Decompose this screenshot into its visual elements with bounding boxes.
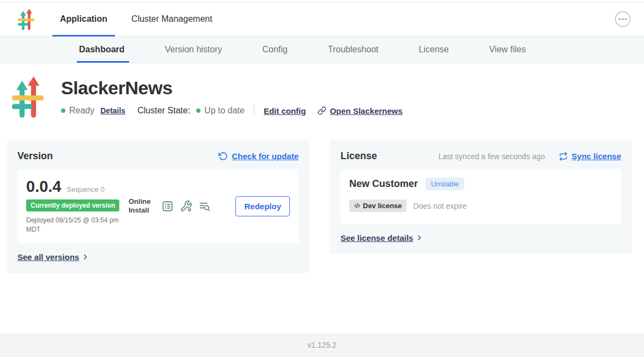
open-app-link-label: Open Slackernews (330, 106, 402, 116)
app-sub-nav: Dashboard Version history Config Trouble… (0, 37, 644, 63)
version-number: 0.0.4 (26, 178, 62, 196)
cluster-state-label: Cluster State: (137, 106, 190, 116)
deploy-logs-button[interactable] (198, 200, 211, 213)
edit-config-link[interactable]: Edit config (264, 106, 306, 116)
see-all-versions-link[interactable]: See all versions (17, 252, 89, 262)
sequence-label: Sequence 0 (67, 185, 105, 193)
wrench-gear-icon (180, 200, 192, 213)
tab-license[interactable]: License (419, 37, 449, 63)
redeploy-button[interactable]: Redeploy (235, 196, 290, 216)
install-type-label: Online Install (129, 197, 155, 216)
vertical-divider (254, 105, 254, 116)
tab-troubleshoot[interactable]: Troubleshoot (328, 37, 379, 63)
license-type-label: Dev license (363, 202, 402, 210)
see-license-details-label: See license details (341, 233, 413, 243)
release-notes-icon (161, 200, 174, 213)
version-card-title: Version (17, 150, 53, 162)
top-nav: Application Cluster Management (0, 2, 644, 37)
deployed-timestamp: Deployed 08/15/25 @ 03:54 pm MDT (26, 216, 120, 235)
config-button[interactable] (180, 200, 192, 213)
app-header: SlackerNews Ready Details Cluster State:… (0, 63, 644, 120)
app-status-dot (61, 108, 65, 113)
footer: v1.125.2 (0, 333, 644, 357)
tab-dashboard[interactable]: Dashboard (79, 37, 125, 63)
check-for-update-link[interactable]: Check for update (218, 152, 299, 161)
cluster-state-value: Up to date (204, 106, 245, 116)
release-notes-button[interactable] (161, 200, 174, 213)
chevron-right-icon (416, 234, 423, 241)
dashboard-cards: Version Check for update 0.0.4 Sequence … (7, 140, 632, 273)
open-app-link[interactable]: Open Slackernews (318, 106, 402, 116)
check-for-update-label: Check for update (232, 152, 299, 161)
link-icon (318, 106, 326, 115)
app-status-row: Ready Details Cluster State: Up to date … (61, 105, 403, 116)
cluster-state-dot (196, 108, 201, 113)
deployed-badge: Currently deployed version (26, 199, 119, 211)
refresh-icon (218, 152, 228, 161)
last-synced-label: Last synced a few seconds ago (439, 152, 545, 161)
code-icon (354, 202, 361, 209)
channel-badge: Unstable (426, 178, 464, 190)
more-options-button[interactable] (615, 11, 631, 27)
tab-view-files[interactable]: View files (489, 37, 526, 63)
app-status-label: Ready (69, 106, 94, 116)
deploy-logs-icon (198, 200, 211, 213)
current-version-panel: 0.0.4 Sequence 0 Currently deployed vers… (17, 170, 299, 243)
top-nav-tabs: Application Cluster Management (52, 2, 229, 36)
expiration-label: Does not expire (414, 202, 467, 210)
customer-name: New Customer (349, 178, 418, 190)
dashboard-main: SlackerNews Ready Details Cluster State:… (0, 63, 644, 333)
license-card: License Last synced a few seconds ago Sy… (330, 140, 632, 254)
app-icon (12, 75, 44, 120)
license-type-badge: Dev license (349, 199, 406, 212)
version-card: Version Check for update 0.0.4 Sequence … (7, 140, 309, 273)
see-license-details-link[interactable]: See license details (341, 233, 423, 243)
sync-license-label: Sync license (572, 152, 621, 161)
sync-icon (559, 152, 568, 161)
sync-license-link[interactable]: Sync license (559, 152, 621, 161)
app-logo-icon (18, 8, 34, 30)
tab-version-history[interactable]: Version history (165, 37, 222, 63)
status-details-link[interactable]: Details (100, 106, 125, 115)
license-card-title: License (341, 150, 377, 162)
chevron-right-icon (82, 253, 89, 261)
page-title: SlackerNews (61, 77, 403, 99)
console-version-label: v1.125.2 (307, 341, 337, 349)
version-action-icons (161, 200, 211, 213)
tab-config[interactable]: Config (263, 37, 288, 63)
see-all-versions-label: See all versions (17, 252, 79, 262)
license-panel: New Customer Unstable Dev license Does n… (341, 170, 621, 224)
tab-cluster-management[interactable]: Cluster Management (124, 2, 220, 36)
ellipsis-icon (615, 11, 631, 27)
tab-application[interactable]: Application (52, 2, 115, 36)
